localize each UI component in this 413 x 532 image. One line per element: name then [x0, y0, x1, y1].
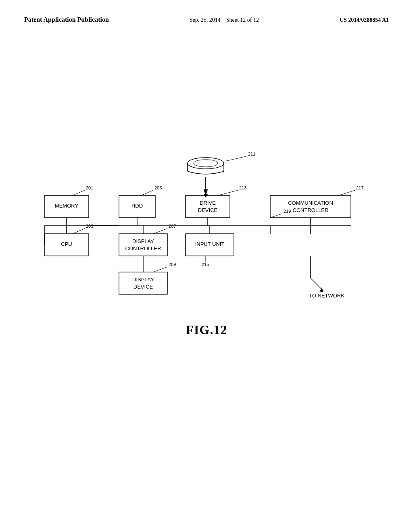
drive-device-label2: DEVICE — [198, 207, 218, 213]
svg-rect-12 — [186, 195, 230, 218]
svg-text:203: 203 — [86, 224, 93, 229]
svg-text:205: 205 — [154, 185, 162, 190]
input-unit-label: INPUT UNIT — [195, 241, 225, 247]
svg-line-10 — [141, 190, 153, 195]
to-network-label: TO NETWORK — [309, 293, 344, 299]
hdd-label: HDD — [131, 203, 143, 209]
display-controller-label2: CONTROLLER — [125, 245, 161, 251]
comm-controller-label1: COMMUNICATION — [288, 200, 333, 206]
svg-line-42 — [153, 267, 167, 272]
diagram-svg: text { font-family: Arial, Helvetica, sa… — [32, 145, 379, 314]
svg-text:201: 201 — [86, 185, 93, 190]
svg-rect-22 — [119, 234, 167, 256]
display-device-label1: DISPLAY — [132, 276, 154, 283]
svg-rect-41 — [119, 272, 167, 294]
svg-text:213: 213 — [239, 185, 246, 190]
cpu-label: CPU — [61, 241, 72, 247]
svg-text:207: 207 — [169, 224, 176, 229]
svg-line-46 — [311, 278, 323, 290]
header-date: Sep. 25, 2014 Sheet 12 of 12 — [190, 17, 259, 23]
svg-line-23 — [153, 229, 167, 234]
svg-line-13 — [218, 190, 238, 195]
page-header: Patent Application Publication Sep. 25, … — [0, 0, 413, 23]
comm-controller-label2: CONTROLLER — [293, 207, 329, 213]
ref-211: 211 — [248, 152, 255, 156]
display-controller-label1: DISPLAY — [132, 238, 154, 244]
header-title: Patent Application Publication — [24, 16, 109, 23]
header-patent: US 2014/0288854 A1 — [340, 17, 389, 23]
svg-point-0 — [188, 158, 224, 169]
svg-line-7 — [73, 190, 85, 195]
diagram-area: text { font-family: Arial, Helvetica, sa… — [32, 145, 379, 314]
svg-line-16 — [339, 190, 355, 195]
svg-line-4 — [225, 156, 246, 161]
drive-device-label1: DRIVE — [200, 200, 216, 206]
figure-label: FIG.12 — [0, 322, 413, 337]
svg-text:219: 219 — [284, 209, 291, 214]
display-device-label2: DEVICE — [133, 284, 153, 290]
memory-label: MEMORY — [55, 203, 79, 209]
svg-marker-47 — [319, 288, 323, 292]
svg-text:215: 215 — [202, 262, 209, 267]
svg-line-20 — [73, 229, 85, 234]
svg-text:209: 209 — [169, 262, 176, 267]
svg-text:217: 217 — [356, 185, 363, 190]
svg-rect-15 — [270, 195, 351, 218]
